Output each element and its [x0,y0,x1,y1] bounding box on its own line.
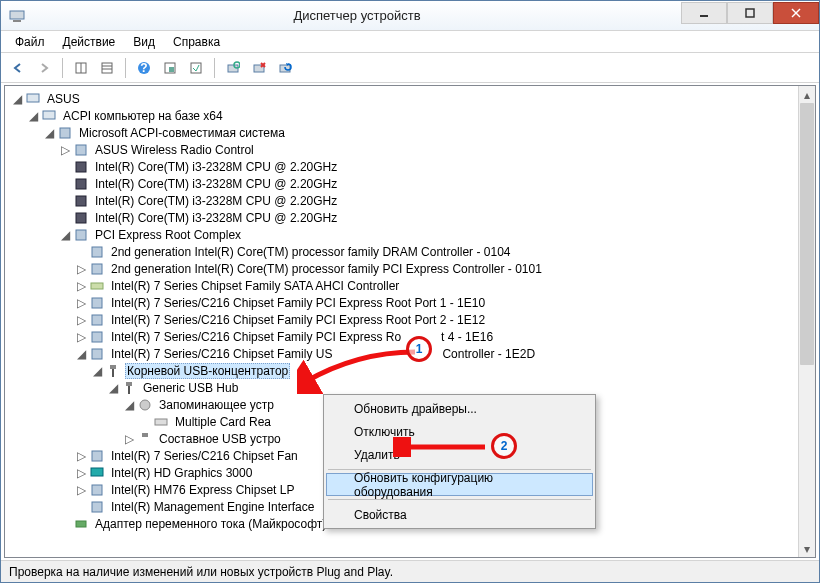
toolbar-separator [62,58,63,78]
show-hidden-button[interactable] [185,57,207,79]
menu-action[interactable]: Действие [55,33,124,51]
spacer [75,246,87,258]
collapse-icon[interactable]: ◢ [11,93,23,105]
collapse-icon[interactable]: ◢ [59,229,71,241]
svg-rect-49 [76,521,86,527]
node-label: Intel(R) HD Graphics 3000 [109,466,254,480]
tree-node[interactable]: ▷Intel(R) 7 Series Chipset Family SATA A… [5,277,815,294]
node-label-suffix: Controller - 1E2D [442,347,535,361]
tree-node[interactable]: ▷Intel(R) 7 Series/C216 Chipset Family P… [5,294,815,311]
spacer [139,416,151,428]
ctx-properties[interactable]: Свойства [326,503,593,526]
scrollbar-track[interactable] [799,103,815,540]
tree-node[interactable]: ▷ASUS Wireless Radio Control [5,141,815,158]
close-button[interactable] [773,2,819,24]
svg-rect-38 [110,365,116,369]
maximize-button[interactable] [727,2,773,24]
tree-node[interactable]: ◢Microsoft ACPI-совместимая система [5,124,815,141]
storage-icon [89,278,105,294]
tree-node[interactable]: ◢ACPI компьютер на базе x64 [5,107,815,124]
ctx-update-drivers[interactable]: Обновить драйверы... [326,397,593,420]
node-label-suffix: t 4 - 1E16 [441,330,493,344]
svg-rect-47 [92,485,102,495]
collapse-icon[interactable]: ◢ [107,382,119,394]
vertical-scrollbar[interactable]: ▴ ▾ [798,86,815,557]
svg-rect-40 [126,382,132,386]
usb-icon [137,431,153,447]
tree-node[interactable]: ▷2nd generation Intel(R) Core(TM) proces… [5,260,815,277]
toolbar: ? [1,53,819,83]
svg-rect-34 [92,298,102,308]
spacer [59,212,71,224]
help-button[interactable]: ? [133,57,155,79]
expand-icon[interactable]: ▷ [75,331,87,343]
chip-icon [73,227,89,243]
scroll-up-icon[interactable]: ▴ [799,86,815,103]
tree-node-selected[interactable]: ◢Корневой USB-концентратор [5,362,815,379]
show-hide-button[interactable] [70,57,92,79]
computer-icon [25,91,41,107]
scrollbar-thumb[interactable] [800,103,814,365]
tree-node[interactable]: 2nd generation Intel(R) Core(TM) process… [5,243,815,260]
minimize-button[interactable] [681,2,727,24]
collapse-icon[interactable]: ◢ [123,399,135,411]
tree-node[interactable]: ◢PCI Express Root Complex [5,226,815,243]
disk-icon [153,414,169,430]
details-button[interactable] [96,57,118,79]
tree-node[interactable]: ▷Intel(R) 7 Series/C216 Chipset Family P… [5,311,815,328]
collapse-icon[interactable]: ◢ [75,348,87,360]
node-label: Адаптер переменного тока (Майкрософт) [93,517,328,531]
spacer [59,178,71,190]
device-icon [89,499,105,515]
tree-node[interactable]: Intel(R) Core(TM) i3-2328M CPU @ 2.20GHz [5,158,815,175]
expand-icon[interactable]: ▷ [75,467,87,479]
node-label: Intel(R) Core(TM) i3-2328M CPU @ 2.20GHz [93,160,339,174]
node-label: Microsoft ACPI-совместимая система [77,126,287,140]
ctx-disable[interactable]: Отключить [326,420,593,443]
expand-icon[interactable]: ▷ [75,280,87,292]
svg-rect-46 [91,468,103,476]
expand-icon[interactable]: ▷ [75,314,87,326]
tree-node[interactable]: Intel(R) Core(TM) i3-2328M CPU @ 2.20GHz [5,175,815,192]
scroll-down-icon[interactable]: ▾ [799,540,815,557]
tree-node-root[interactable]: ◢ASUS [5,90,815,107]
node-label: Intel(R) 7 Series Chipset Family SATA AH… [109,279,401,293]
expand-icon[interactable]: ▷ [75,484,87,496]
node-label: Составное USB устро [157,432,283,446]
tree-node[interactable]: Intel(R) Core(TM) i3-2328M CPU @ 2.20GHz [5,192,815,209]
computer-icon [41,108,57,124]
ctx-scan-hardware[interactable]: Обновить конфигурацию оборудования [326,473,593,496]
uninstall-button[interactable] [248,57,270,79]
svg-rect-14 [169,67,174,72]
svg-rect-32 [92,264,102,274]
menu-view[interactable]: Вид [125,33,163,51]
device-icon [89,482,105,498]
titlebar: Диспетчер устройств [1,1,819,31]
back-button[interactable] [7,57,29,79]
svg-rect-48 [92,502,102,512]
expand-icon[interactable]: ▷ [59,144,71,156]
collapse-icon[interactable]: ◢ [27,110,39,122]
expand-icon[interactable]: ▷ [75,297,87,309]
spacer [59,161,71,173]
svg-rect-36 [92,332,102,342]
ctx-delete[interactable]: Удалить [326,443,593,466]
expand-icon[interactable]: ▷ [75,450,87,462]
tree-node[interactable]: Intel(R) Core(TM) i3-2328M CPU @ 2.20GHz [5,209,815,226]
scan-hardware-button[interactable] [222,57,244,79]
collapse-icon[interactable]: ◢ [91,365,103,377]
node-label: ASUS Wireless Radio Control [93,143,256,157]
update-driver-button[interactable] [274,57,296,79]
menu-file[interactable]: Файл [7,33,53,51]
expand-icon[interactable]: ▷ [75,263,87,275]
expand-icon[interactable]: ▷ [123,433,135,445]
menu-help[interactable]: Справка [165,33,228,51]
properties-button[interactable] [159,57,181,79]
node-label: Multiple Card Rea [173,415,273,429]
collapse-icon[interactable]: ◢ [43,127,55,139]
forward-button[interactable] [33,57,55,79]
context-menu: Обновить драйверы... Отключить Удалить О… [323,394,596,529]
svg-rect-1 [13,20,21,22]
svg-point-42 [140,400,150,410]
storage-icon [137,397,153,413]
